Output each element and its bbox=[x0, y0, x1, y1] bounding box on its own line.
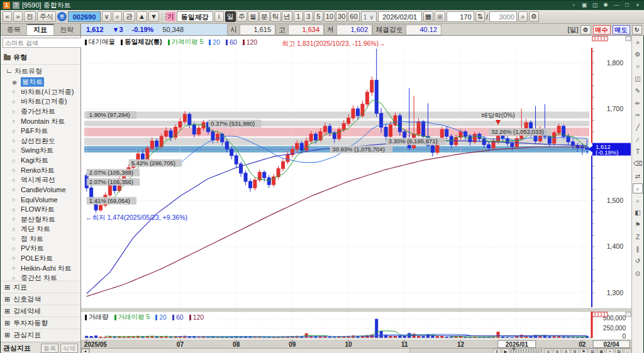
stock-code-input[interactable]: 002690 bbox=[68, 11, 101, 22]
chart-type-root[interactable]: ㄴ 차트유형 bbox=[1, 65, 80, 77]
period-틱-button[interactable]: 틱 bbox=[270, 11, 281, 22]
panel-icon[interactable]: ▤ bbox=[589, 349, 596, 353]
chart-type-Kagi차트[interactable]: ○Kagi차트 bbox=[1, 156, 80, 166]
chart-type-역시계곡선[interactable]: ○역시계곡선 bbox=[1, 175, 80, 185]
code-dropdown-button[interactable]: ∨ bbox=[102, 11, 111, 22]
grid-icon[interactable]: ▦ bbox=[597, 349, 605, 353]
pen-icon[interactable]: ✎ bbox=[633, 86, 643, 96]
settings-icon[interactable]: ⚙ bbox=[633, 50, 643, 60]
minute-3-button[interactable]: 3 bbox=[304, 11, 313, 22]
date-field[interactable]: 2026/02/01 bbox=[378, 11, 422, 22]
chart-type-CandleVolume[interactable]: ○CandleVolume bbox=[1, 185, 80, 195]
minute-1-button[interactable]: 1 bbox=[294, 11, 303, 22]
tab-전략[interactable]: 전략 bbox=[54, 24, 80, 35]
refresh-icon[interactable]: ↻ bbox=[632, 25, 642, 35]
pin-icon[interactable]: ✱ bbox=[601, 2, 610, 9]
tab-종목[interactable]: 종목 bbox=[1, 24, 27, 35]
fullscreen-icon[interactable]: □ bbox=[624, 349, 631, 353]
nav-forward-button[interactable]: » bbox=[13, 11, 23, 22]
section-관심지표[interactable]: ⊞관심지표 bbox=[1, 329, 80, 340]
zoom-in-icon[interactable]: ⊕ bbox=[553, 349, 561, 353]
period-주-button[interactable]: 주 bbox=[236, 11, 247, 22]
print-icon[interactable]: ▤ bbox=[615, 349, 623, 353]
move-icon[interactable]: ⇄ bbox=[633, 171, 643, 182]
chart-type-점 차트[interactable]: ○점 차트 bbox=[1, 234, 80, 244]
tab-지표[interactable]: 지표 bbox=[27, 24, 53, 35]
section-신호검색[interactable]: ⊞신호검색 bbox=[1, 293, 80, 305]
brush-icon[interactable]: ✑ bbox=[633, 111, 643, 121]
section-지표[interactable]: ⊞지표 bbox=[1, 281, 80, 293]
chart-type-바차트(고저종)[interactable]: ○바차트(고저종) bbox=[1, 97, 80, 107]
zigzag-icon[interactable]: Z bbox=[633, 232, 643, 242]
undo-icon[interactable]: ↺ bbox=[633, 256, 643, 266]
zoom-tool-icon[interactable]: ⌕ bbox=[633, 183, 643, 193]
crosshair-icon[interactable]: + bbox=[606, 349, 614, 353]
chart-type-Heikin-Ashi 차트[interactable]: ○Heikin-Ashi 차트 bbox=[1, 263, 80, 273]
trendline-icon[interactable]: ╱ bbox=[633, 122, 643, 133]
text-tool-icon[interactable]: T bbox=[633, 147, 643, 157]
period-일-button[interactable]: 일 bbox=[225, 11, 236, 22]
pause-icon[interactable]: Ⅱ bbox=[493, 349, 501, 353]
period-년-button[interactable]: 년 bbox=[282, 11, 292, 22]
gear-icon[interactable]: ⚙ bbox=[529, 11, 539, 22]
chart-area[interactable]: 1.90% (97,294)0.37% (531,980)32.26% (1,0… bbox=[81, 36, 633, 348]
delete-button[interactable]: 삭제 bbox=[60, 344, 78, 353]
chart-type-삼선전환도[interactable]: ○삼선전환도 bbox=[1, 136, 80, 146]
minimize-icon[interactable]: — bbox=[612, 2, 621, 9]
chart-tools-icon[interactable]: ◫ bbox=[633, 74, 643, 84]
next-stock-button[interactable]: ▼ bbox=[148, 11, 159, 22]
buy-button[interactable]: 매수 bbox=[593, 25, 611, 35]
chart-type-바차트(시고저종)[interactable]: ○바차트(시고저종) bbox=[1, 87, 80, 97]
zoom-icon[interactable]: ⌕ bbox=[518, 11, 528, 22]
close-icon[interactable]: × bbox=[633, 2, 642, 9]
stock-name[interactable]: 동일제강 bbox=[177, 11, 213, 22]
spinner-icon[interactable]: ⇅ bbox=[475, 11, 485, 22]
info-icon[interactable]: i bbox=[214, 11, 224, 22]
zoom-area-icon[interactable]: ⌕ bbox=[633, 196, 643, 206]
scroll-left-icon[interactable]: ◂ bbox=[81, 349, 89, 353]
all-button[interactable]: 전 bbox=[24, 11, 36, 22]
chart-type-봉차트[interactable]: ◉봉차트 bbox=[1, 77, 80, 87]
chart-type-종가선차트[interactable]: ○종가선차트 bbox=[1, 107, 80, 117]
capture-icon[interactable]: ◫ bbox=[591, 2, 599, 9]
minute-30-button[interactable]: 30 bbox=[336, 11, 347, 22]
scrollbar-track[interactable] bbox=[89, 349, 410, 353]
chart-type-P&F차트[interactable]: ○P&F차트 bbox=[1, 126, 80, 136]
help-icon[interactable]: ? bbox=[13, 2, 19, 9]
chart-settings-icon[interactable]: ⚙ bbox=[580, 25, 591, 35]
eraser-icon[interactable]: ⌫ bbox=[633, 159, 643, 169]
bars-shown-input[interactable]: 170 bbox=[447, 11, 474, 22]
bars-icon[interactable]: ∥ bbox=[633, 244, 643, 254]
section-투자자동향[interactable]: ⊞투자자동향 bbox=[1, 317, 80, 329]
candlestick-chart[interactable]: 1.90% (97,294)0.37% (531,980)32.26% (1,0… bbox=[81, 36, 633, 348]
period-분-button[interactable]: 분 bbox=[259, 11, 270, 22]
type-folder[interactable]: 유형 bbox=[1, 51, 80, 65]
chart-type-PV차트[interactable]: ○PV차트 bbox=[1, 244, 80, 254]
calendar-icon[interactable]: ▦ bbox=[423, 11, 433, 22]
chart-type-Mountain 차트[interactable]: ○Mountain 차트 bbox=[1, 116, 80, 126]
nav-back-button[interactable]: « bbox=[3, 11, 12, 22]
chart-type-계단 차트[interactable]: ○계단 차트 bbox=[1, 224, 80, 234]
sell-button[interactable]: 매도 bbox=[613, 25, 630, 35]
register-button[interactable]: 등록 bbox=[41, 344, 58, 353]
flag-icon[interactable]: ⚑ bbox=[580, 349, 587, 353]
chart-type-Swing차트[interactable]: ○Swing차트 bbox=[1, 146, 80, 156]
bars-total-input[interactable]: 3000 bbox=[489, 11, 517, 22]
prev-stock-button[interactable]: ▲ bbox=[136, 11, 147, 22]
shape-circle-icon[interactable]: ○ bbox=[633, 62, 643, 72]
settings-icon[interactable]: ⚙ bbox=[571, 349, 579, 353]
flag-icon[interactable]: ⚑ bbox=[633, 220, 643, 230]
chart-type-Renko차트[interactable]: ○Renko차트 bbox=[1, 165, 80, 175]
watch-button[interactable]: 관 bbox=[123, 11, 135, 22]
maximize-icon[interactable]: □ bbox=[623, 2, 631, 9]
smart-search-input[interactable] bbox=[3, 38, 91, 48]
magnify-icon[interactable]: ⊙ bbox=[633, 269, 643, 279]
stock-button[interactable]: 주식 bbox=[37, 11, 56, 22]
auto-trendline-icon[interactable]: ∕ bbox=[633, 135, 643, 145]
section-강세약세[interactable]: ⊞강세약세 bbox=[1, 305, 80, 317]
minute-10-button[interactable]: 10 bbox=[324, 11, 335, 22]
playback-slider[interactable] bbox=[511, 349, 543, 353]
duplicate-icon[interactable]: ▣ bbox=[580, 2, 589, 9]
chart-type-POLE차트[interactable]: ○POLE차트 bbox=[1, 254, 80, 264]
auto-scale-icon[interactable]: A bbox=[562, 349, 570, 353]
